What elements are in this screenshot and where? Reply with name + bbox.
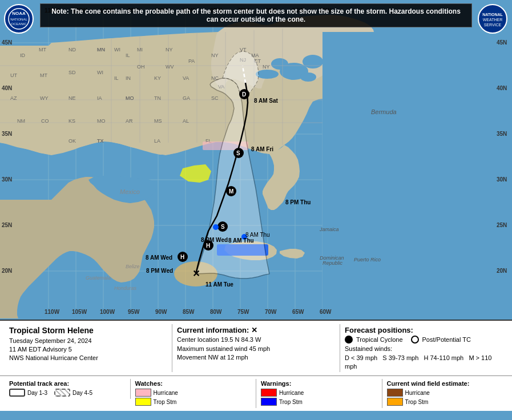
svg-text:11 AM Tue: 11 AM Tue [205,281,233,288]
svg-text:IL: IL [126,52,130,58]
svg-text:AZ: AZ [10,95,17,101]
svg-text:8 PM Wed: 8 PM Wed [146,268,173,274]
svg-point-109 [213,224,219,230]
svg-text:H: H [206,243,210,249]
svg-text:95W: 95W [128,309,140,315]
forecast-label: Forecast positions: [345,325,503,336]
info-bottom: Potential track area: Day 1-3 Day 4-5 Wa… [0,376,512,411]
svg-text:85W: 85W [183,309,195,315]
svg-text:H: H [180,254,184,260]
storm-info-col: Tropical Storm Helene Tuesday September … [5,324,172,372]
hurricane-wind-swatch [387,389,403,397]
trop-stm-watch-label: Trop Stm [154,399,177,405]
current-info-col: Current information: ✕ Center location 1… [172,324,340,372]
svg-text:NY: NY [166,47,173,52]
wind-categories: D < 39 mph S 39-73 mph H 74-110 mph M > … [345,354,503,371]
svg-text:Jamaica: Jamaica [319,227,339,232]
svg-text:105W: 105W [72,309,87,315]
svg-point-20 [271,58,288,70]
d-label: D < 39 mph [345,354,377,361]
svg-text:NATIONAL: NATIONAL [482,13,503,17]
movement: Movement NW at 12 mph [177,353,335,362]
svg-text:65W: 65W [292,309,304,315]
s-label: S 39-73 mph [382,354,418,361]
sustained-label: Sustained winds: [345,345,503,353]
track-day1-3-row: Day 1-3 Day 4-5 [9,389,126,397]
svg-text:WI: WI [114,47,120,52]
info-top: Tropical Storm Helene Tuesday September … [0,321,512,376]
day1-3-symbol [9,389,25,397]
hurricane-warn-row: Hurricane [261,389,377,397]
hurricane-wind-row: Hurricane [387,389,503,397]
svg-text:OCEANIC: OCEANIC [11,22,27,26]
note-banner: Note: The cone contains the probable pat… [40,3,472,27]
day4-5-label: Day 4-5 [72,390,92,396]
svg-text:KY: KY [154,75,161,81]
max-wind: Maximum sustained wind 45 mph [177,345,335,353]
svg-text:TX: TX [97,138,104,144]
svg-text:D: D [242,91,246,98]
watches-title: Watches: [135,380,252,387]
svg-text:30N: 30N [2,176,12,183]
svg-text:OK: OK [68,138,76,144]
svg-text:IL: IL [114,75,119,81]
svg-text:25N: 25N [2,222,12,228]
svg-text:8 AM Thu: 8 AM Thu [228,237,254,244]
svg-text:Belize: Belize [126,264,140,269]
svg-text:MI: MI [137,47,143,52]
svg-text:45N: 45N [497,39,507,46]
svg-text:OH: OH [137,64,145,70]
svg-text:S: S [221,224,225,230]
storm-title: Tropical Storm Helene [9,325,167,337]
svg-text:TN: TN [154,95,161,101]
svg-text:8 PM Thu: 8 PM Thu [285,199,311,205]
svg-text:25N: 25N [497,222,507,228]
svg-point-21 [256,70,279,79]
svg-text:MN: MN [97,47,105,52]
svg-text:30N: 30N [497,176,507,183]
hurricane-warn-swatch [261,389,277,397]
svg-text:IN: IN [126,75,131,81]
h-label: H 74-110 mph [424,354,464,361]
trop-stm-warn-label: Trop Stm [279,399,303,405]
svg-text:S: S [236,150,240,156]
nws-logo: NATIONAL WEATHER SERVICE [477,3,509,35]
center-location: Center location 19.5 N 84.3 W [177,336,335,344]
hurricane-watch-swatch [135,389,151,397]
svg-text:WEATHER: WEATHER [483,18,502,22]
svg-text:100W: 100W [100,309,115,315]
svg-point-22 [300,72,316,82]
svg-text:IA: IA [97,95,102,101]
svg-text:LA: LA [154,138,160,144]
svg-text:8 AM Fri: 8 AM Fri [251,146,273,152]
svg-text:WV: WV [166,64,174,70]
track-legend: Potential track area: Day 1-3 Day 4-5 [5,379,131,399]
svg-text:45N: 45N [2,39,12,46]
svg-text:✕: ✕ [192,269,200,278]
trop-stm-watch-swatch [135,398,151,406]
trop-stm-wind-label: Trop Stm [405,399,429,405]
svg-text:WI: WI [97,70,103,75]
svg-text:UT: UT [10,72,17,78]
svg-text:MS: MS [154,118,162,124]
svg-text:MO: MO [126,95,134,101]
storm-advisory: 11 AM EDT Advisory 5 [9,345,167,354]
noaa-logo: NOAA NATIONAL OCEANIC [3,3,35,35]
trop-stm-watch-row: Trop Stm [135,398,252,406]
track-legend-title: Potential track area: [9,380,126,387]
svg-text:Bermuda: Bermuda [371,108,397,115]
hurricane-watch-row: Hurricane [135,389,252,397]
svg-text:8 AM Thu: 8 AM Thu [245,232,270,238]
svg-text:M: M [229,188,233,195]
info-panel: Tropical Storm Helene Tuesday September … [0,320,512,411]
svg-text:20N: 20N [497,268,507,274]
svg-text:GA: GA [183,95,190,101]
svg-text:SERVICE: SERVICE [484,23,502,27]
svg-text:NM: NM [17,118,25,124]
wind-field-title: Current wind field estimate: [387,380,503,387]
svg-text:SD: SD [68,70,76,75]
tc-symbol [345,336,353,344]
svg-text:MO: MO [97,118,106,124]
svg-text:8 PM Wed: 8 PM Wed [201,237,228,243]
svg-text:KS: KS [68,118,75,124]
